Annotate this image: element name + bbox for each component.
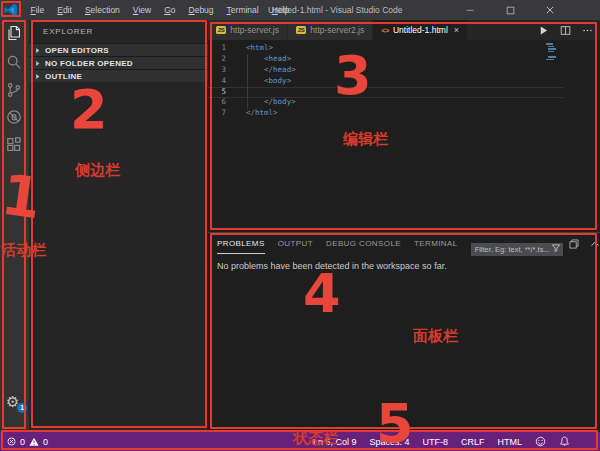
status-bar-left[interactable]: 00 <box>0 437 48 447</box>
problems-message: No problems have been detected in the wo… <box>217 261 447 271</box>
sidebar-title: EXPLORER <box>43 27 208 36</box>
code-lines: 1<html>2 <head>3 </head>4 <body>56 </bod… <box>208 43 600 119</box>
settings-gear-icon[interactable]: ⚙1 <box>6 393 23 410</box>
status-indentation[interactable]: Spaces: 4 <box>369 437 409 447</box>
panel-actions <box>569 239 600 249</box>
line-number: 7 <box>208 108 234 119</box>
search-icon[interactable] <box>6 54 22 70</box>
panel-tab-debug-console[interactable]: DEBUG CONSOLE <box>326 235 401 254</box>
tab-http-server.js[interactable]: JShttp-server.js <box>208 20 288 40</box>
menu-edit[interactable]: Edit <box>51 0 79 20</box>
section-no-folder-opened[interactable]: NO FOLDER OPENED <box>29 56 208 69</box>
title-bar: FileEditSelectionViewGoDebugTerminalHelp… <box>0 0 600 20</box>
editor-group: JShttp-server.jsJShttp-server2.js<>Untit… <box>208 20 600 232</box>
explorer-sections: OPEN EDITORSNO FOLDER OPENEDOUTLINE <box>29 43 208 82</box>
problems-filter-input[interactable] <box>471 243 563 256</box>
filter-icon <box>551 239 561 257</box>
line-number: 2 <box>208 54 234 65</box>
tab-untitled-1.html[interactable]: <>Untitled-1.html× <box>373 20 468 40</box>
window-minimize-icon[interactable] <box>450 0 490 20</box>
editor-actions <box>538 20 600 40</box>
editor-tab-bar: JShttp-server.jsJShttp-server2.js<>Untit… <box>208 20 600 40</box>
line-number: 4 <box>208 76 234 87</box>
code-line-5: 5 <box>208 87 600 98</box>
panel: PROBLEMSOUTPUTDEBUG CONSOLETERMINAL No p… <box>208 232 600 432</box>
smiley-icon[interactable] <box>535 436 546 447</box>
window-close-icon[interactable] <box>530 0 570 20</box>
panel-tab-output[interactable]: OUTPUT <box>278 235 313 254</box>
explorer-icon[interactable] <box>6 25 22 41</box>
panel-restore-panel-icon[interactable] <box>569 239 579 249</box>
panel-body: No problems have been detected in the wo… <box>208 255 600 271</box>
menu-go[interactable]: Go <box>158 0 182 20</box>
status-language-mode[interactable]: HTML <box>498 437 523 447</box>
tab-http-server2.js[interactable]: JShttp-server2.js <box>288 20 373 40</box>
line-number: 5 <box>208 87 234 98</box>
vscode-logo-icon <box>4 3 19 18</box>
line-number: 6 <box>208 97 234 108</box>
close-tab-icon[interactable]: × <box>454 26 459 35</box>
warning-icon <box>29 437 39 447</box>
window-maximize-icon[interactable] <box>490 0 530 20</box>
js-file-icon: JS <box>296 26 306 34</box>
activity-bar: ⚙1 <box>0 20 29 432</box>
code-line-7: 7</html> <box>208 108 600 119</box>
section-outline[interactable]: OUTLINE <box>29 69 208 82</box>
vscode-window: FileEditSelectionViewGoDebugTerminalHelp… <box>0 0 600 451</box>
minimap[interactable] <box>546 43 562 61</box>
menu-selection[interactable]: Selection <box>78 0 126 20</box>
menu-debug[interactable]: Debug <box>182 0 220 20</box>
more-actions-icon[interactable] <box>582 25 593 36</box>
menu-terminal[interactable]: Terminal <box>220 0 265 20</box>
source-control-icon[interactable] <box>6 82 22 98</box>
window-controls <box>450 0 570 20</box>
panel-header: PROBLEMSOUTPUTDEBUG CONSOLETERMINAL <box>208 233 600 255</box>
line-number: 3 <box>208 65 234 76</box>
panel-tab-terminal[interactable]: TERMINAL <box>414 235 458 254</box>
menubar: FileEditSelectionViewGoDebugTerminalHelp <box>24 0 296 20</box>
code-line-4: 4 <body> <box>208 76 600 87</box>
code-line-2: 2 <head> <box>208 54 600 65</box>
status-encoding[interactable]: UTF-8 <box>422 437 448 447</box>
debug-disabled-icon[interactable] <box>6 109 22 125</box>
settings-badge: 1 <box>17 403 27 413</box>
window-title: Untitled-1.html - Visual Studio Code <box>268 0 403 20</box>
panel-tab-problems[interactable]: PROBLEMS <box>217 235 265 254</box>
error-count: 0 <box>20 437 25 447</box>
status-bar-right: Ln 5, Col 9Spaces: 4UTF-8CRLFHTML <box>313 436 600 447</box>
chevron-right-icon <box>34 59 42 67</box>
code-editor[interactable]: 1<html>2 <head>3 </head>4 <body>56 </bod… <box>208 40 600 232</box>
code-line-1: 1<html> <box>208 43 600 54</box>
menu-file[interactable]: File <box>24 0 51 20</box>
js-file-icon: JS <box>216 26 226 34</box>
status-bar: 00 Ln 5, Col 9Spaces: 4UTF-8CRLFHTML <box>0 432 600 451</box>
extensions-icon[interactable] <box>6 137 22 153</box>
status-cursor-position[interactable]: Ln 5, Col 9 <box>313 437 357 447</box>
html-file-icon: <> <box>381 26 389 35</box>
line-number: 1 <box>208 43 234 54</box>
chevron-right-icon <box>34 46 42 54</box>
error-icon <box>7 437 16 446</box>
section-open-editors[interactable]: OPEN EDITORS <box>29 43 208 56</box>
menu-view[interactable]: View <box>126 0 157 20</box>
panel-tabs: PROBLEMSOUTPUTDEBUG CONSOLETERMINAL <box>217 235 471 254</box>
editor-column: JShttp-server.jsJShttp-server2.js<>Untit… <box>208 20 600 432</box>
sidebar: EXPLORER OPEN EDITORSNO FOLDER OPENEDOUT… <box>29 20 208 432</box>
main-area: ⚙1 EXPLORER OPEN EDITORSNO FOLDER OPENED… <box>0 20 600 432</box>
run-icon[interactable] <box>538 25 549 36</box>
code-line-6: 6 </body> <box>208 97 600 108</box>
panel-chevron-up-icon[interactable] <box>590 239 600 249</box>
bell-icon[interactable] <box>559 436 570 447</box>
code-line-3: 3 </head> <box>208 65 600 76</box>
chevron-right-icon <box>34 72 42 80</box>
warning-count: 0 <box>43 437 48 447</box>
editor-tabs: JShttp-server.jsJShttp-server2.js<>Untit… <box>208 20 468 40</box>
split-editor-icon[interactable] <box>560 25 571 36</box>
status-eol[interactable]: CRLF <box>461 437 485 447</box>
indent-guide <box>247 54 248 109</box>
problems-filter <box>471 238 563 251</box>
